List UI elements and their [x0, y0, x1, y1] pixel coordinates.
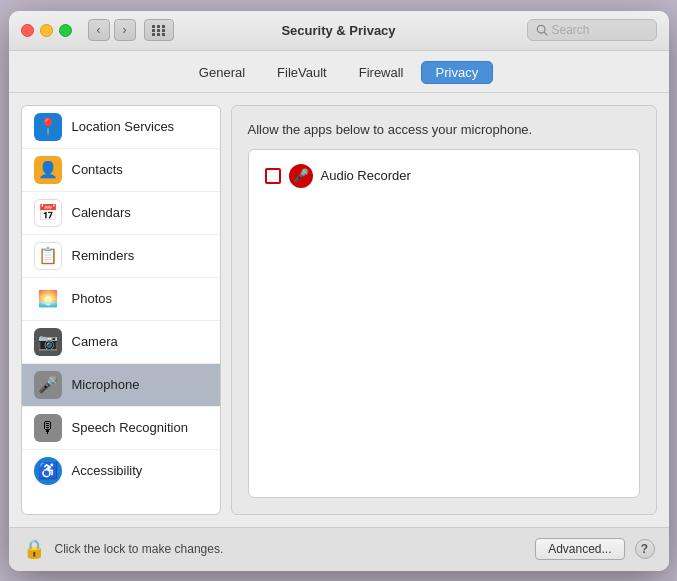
nav-buttons: ‹ › — [88, 19, 136, 41]
sidebar-item-accessibility[interactable]: ♿ Accessibility — [22, 450, 220, 492]
sidebar-item-location[interactable]: 📍 Location Services — [22, 106, 220, 149]
speech-icon: 🎙 — [34, 414, 62, 442]
sidebar-item-calendars[interactable]: 📅 Calendars — [22, 192, 220, 235]
traffic-lights — [21, 24, 72, 37]
window-title: Security & Privacy — [281, 23, 395, 38]
lock-icon[interactable]: 🔒 — [23, 538, 45, 560]
tab-general[interactable]: General — [184, 61, 260, 84]
forward-button[interactable]: › — [114, 19, 136, 41]
bottom-bar: 🔒 Click the lock to make changes. Advanc… — [9, 527, 669, 571]
search-placeholder: Search — [552, 23, 590, 37]
audio-recorder-checkbox[interactable] — [265, 168, 281, 184]
location-icon: 📍 — [34, 113, 62, 141]
grid-icon — [152, 25, 166, 36]
sidebar-label-contacts: Contacts — [72, 162, 123, 177]
close-button[interactable] — [21, 24, 34, 37]
reminders-icon: 📋 — [34, 242, 62, 270]
sidebar: 📍 Location Services 👤 Contacts 📅 Calenda… — [21, 105, 221, 515]
minimize-button[interactable] — [40, 24, 53, 37]
main-description: Allow the apps below to access your micr… — [248, 122, 640, 137]
svg-line-1 — [544, 32, 547, 35]
sidebar-label-location: Location Services — [72, 119, 175, 134]
photos-icon: 🌅 — [34, 285, 62, 313]
camera-icon: 📷 — [34, 328, 62, 356]
sidebar-item-microphone[interactable]: 🎤 Microphone — [22, 364, 220, 407]
sidebar-label-accessibility: Accessibility — [72, 463, 143, 478]
grid-button[interactable] — [144, 19, 174, 41]
sidebar-label-calendars: Calendars — [72, 205, 131, 220]
titlebar: ‹ › Security & Privacy Search — [9, 11, 669, 51]
tabs-bar: General FileVault Firewall Privacy — [9, 51, 669, 93]
maximize-button[interactable] — [59, 24, 72, 37]
mic-icon: 🎤 — [293, 168, 309, 183]
accessibility-icon: ♿ — [34, 457, 62, 485]
calendars-icon: 📅 — [34, 199, 62, 227]
sidebar-item-contacts[interactable]: 👤 Contacts — [22, 149, 220, 192]
lock-text: Click the lock to make changes. — [55, 542, 526, 556]
sidebar-item-reminders[interactable]: 📋 Reminders — [22, 235, 220, 278]
advanced-button[interactable]: Advanced... — [535, 538, 624, 560]
search-icon — [536, 24, 548, 36]
tab-filevault[interactable]: FileVault — [262, 61, 342, 84]
sidebar-label-microphone: Microphone — [72, 377, 140, 392]
contacts-icon: 👤 — [34, 156, 62, 184]
sidebar-item-speech[interactable]: 🎙 Speech Recognition — [22, 407, 220, 450]
tab-firewall[interactable]: Firewall — [344, 61, 419, 84]
audio-recorder-name: Audio Recorder — [321, 168, 411, 183]
sidebar-label-photos: Photos — [72, 291, 112, 306]
microphone-icon: 🎤 — [34, 371, 62, 399]
content-area: 📍 Location Services 👤 Contacts 📅 Calenda… — [9, 93, 669, 527]
main-panel: Allow the apps below to access your micr… — [231, 105, 657, 515]
window: ‹ › Security & Privacy Search General Fi… — [9, 11, 669, 571]
sidebar-label-camera: Camera — [72, 334, 118, 349]
app-item-audio-recorder: 🎤 Audio Recorder — [257, 158, 631, 194]
sidebar-label-speech: Speech Recognition — [72, 420, 188, 435]
apps-list: 🎤 Audio Recorder — [248, 149, 640, 498]
sidebar-item-camera[interactable]: 📷 Camera — [22, 321, 220, 364]
sidebar-item-photos[interactable]: 🌅 Photos — [22, 278, 220, 321]
tab-privacy[interactable]: Privacy — [421, 61, 494, 84]
help-button[interactable]: ? — [635, 539, 655, 559]
audio-recorder-icon: 🎤 — [289, 164, 313, 188]
sidebar-label-reminders: Reminders — [72, 248, 135, 263]
search-box[interactable]: Search — [527, 19, 657, 41]
back-button[interactable]: ‹ — [88, 19, 110, 41]
